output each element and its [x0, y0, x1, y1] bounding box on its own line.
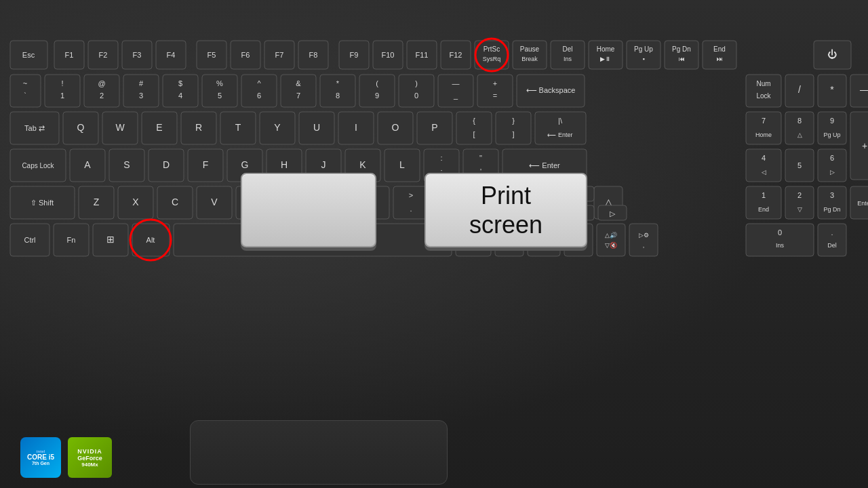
- print-screen-key-overlay: Printscreen: [425, 173, 587, 247]
- svg-text:~: ~: [23, 79, 27, 87]
- svg-rect-241: [629, 224, 658, 256]
- svg-text:6: 6: [257, 92, 261, 100]
- svg-text:K: K: [359, 159, 366, 170]
- svg-text:F4: F4: [167, 51, 176, 59]
- svg-text:/: /: [798, 84, 801, 95]
- svg-text:⇧ Shift: ⇧ Shift: [31, 199, 54, 207]
- svg-text::: :: [440, 154, 442, 162]
- svg-text:7: 7: [296, 92, 300, 100]
- svg-text:5: 5: [797, 161, 802, 169]
- svg-text:Home: Home: [755, 131, 772, 138]
- svg-text:▽🔇: ▽🔇: [605, 241, 618, 249]
- svg-text:E: E: [156, 122, 162, 133]
- svg-text:8: 8: [336, 92, 340, 100]
- svg-text:Q: Q: [77, 122, 85, 133]
- svg-text:>: >: [409, 191, 413, 199]
- svg-text:▶⏸: ▶⏸: [600, 56, 611, 62]
- svg-text:F11: F11: [416, 51, 429, 59]
- svg-text:.: .: [831, 228, 833, 237]
- svg-text:Ctrl: Ctrl: [24, 236, 35, 244]
- svg-text:Pg Up: Pg Up: [634, 45, 653, 53]
- svg-text:3: 3: [139, 92, 143, 100]
- svg-text:Enter: Enter: [857, 200, 868, 207]
- svg-text:T: T: [235, 122, 241, 133]
- svg-text:F6: F6: [241, 51, 250, 59]
- svg-text:A: A: [84, 159, 91, 170]
- svg-text:Fn: Fn: [67, 236, 76, 244]
- svg-text:*: *: [336, 79, 340, 87]
- svg-text:⟵ Enter: ⟵ Enter: [547, 131, 572, 138]
- svg-text:Y: Y: [274, 122, 281, 133]
- svg-text:4: 4: [178, 92, 182, 100]
- svg-text:⏭: ⏭: [717, 56, 723, 62]
- svg-text:End: End: [713, 45, 726, 53]
- svg-text:Home: Home: [597, 45, 615, 53]
- svg-text:Caps Lock: Caps Lock: [22, 162, 54, 169]
- svg-text:△: △: [797, 131, 802, 138]
- svg-text:1: 1: [60, 92, 64, 100]
- svg-text:9: 9: [375, 92, 379, 100]
- svg-text:&: &: [296, 79, 301, 87]
- svg-text:0: 0: [778, 228, 782, 237]
- svg-text:SysRq: SysRq: [483, 56, 501, 62]
- svg-text:G: G: [241, 159, 249, 170]
- svg-text:1: 1: [762, 191, 766, 199]
- intel-badge: intel CORE i5 7th Gen: [20, 437, 61, 478]
- svg-text:3: 3: [830, 191, 834, 199]
- svg-text:{: {: [473, 117, 475, 125]
- svg-text:2: 2: [797, 191, 802, 199]
- svg-text:Esc: Esc: [22, 51, 35, 59]
- svg-text:V: V: [211, 197, 218, 207]
- svg-text:@: @: [98, 79, 105, 87]
- svg-text:▷: ▷: [830, 169, 835, 176]
- svg-text:5: 5: [218, 92, 222, 100]
- svg-text:Lock: Lock: [756, 92, 771, 100]
- svg-text:F8: F8: [309, 51, 318, 59]
- svg-text:X: X: [132, 197, 139, 207]
- svg-text:(: (: [376, 79, 378, 87]
- svg-text:Pause: Pause: [520, 45, 540, 53]
- svg-text:⊞: ⊞: [106, 234, 115, 245]
- svg-text:}: }: [512, 117, 515, 125]
- geforce-text: GeForce: [77, 455, 102, 462]
- intel-core: CORE i5: [27, 453, 54, 461]
- svg-text:⟵ Backspace: ⟵ Backspace: [526, 86, 576, 94]
- svg-text:I: I: [355, 122, 357, 133]
- svg-text:7: 7: [762, 117, 766, 125]
- svg-text:Alt: Alt: [146, 236, 155, 244]
- nvidia-text: NVIDIA: [77, 448, 102, 455]
- svg-text:8: 8: [797, 117, 802, 125]
- svg-text:◁: ◁: [762, 169, 766, 176]
- svg-text:+: +: [862, 140, 867, 151]
- svg-text:F2: F2: [99, 51, 108, 59]
- svg-text:Pg Dn: Pg Dn: [672, 45, 691, 53]
- svg-text:F: F: [203, 159, 209, 170]
- svg-text:▽: ▽: [797, 206, 802, 213]
- svg-text:J: J: [321, 159, 326, 170]
- svg-text:): ): [415, 79, 418, 87]
- svg-text:PrtSc: PrtSc: [484, 45, 500, 53]
- svg-text:$: $: [178, 79, 182, 87]
- svg-text:R: R: [195, 122, 202, 133]
- svg-text:△🔊: △🔊: [605, 231, 618, 239]
- svg-text:Del: Del: [827, 242, 837, 249]
- svg-text:[: [: [473, 130, 475, 138]
- svg-text:F3: F3: [133, 51, 142, 59]
- svg-text:F9: F9: [350, 51, 359, 59]
- svg-text:H: H: [281, 159, 288, 170]
- svg-text:Ins: Ins: [776, 242, 785, 249]
- model-text: 940Mx: [81, 462, 98, 468]
- svg-text:%: %: [216, 79, 223, 87]
- svg-text:W: W: [115, 122, 125, 133]
- svg-text:*: *: [830, 84, 834, 95]
- svg-text:F7: F7: [275, 51, 284, 59]
- svg-text:9: 9: [830, 117, 834, 125]
- svg-text:▷: ▷: [610, 209, 616, 218]
- svg-text:F1: F1: [65, 51, 74, 59]
- svg-text:⟵ Enter: ⟵ Enter: [529, 161, 560, 169]
- svg-text:!: !: [61, 79, 63, 87]
- svg-text:▪: ▪: [642, 56, 644, 62]
- svg-text:": ": [479, 154, 482, 162]
- svg-text:F10: F10: [382, 51, 395, 59]
- svg-text:.: .: [410, 205, 412, 213]
